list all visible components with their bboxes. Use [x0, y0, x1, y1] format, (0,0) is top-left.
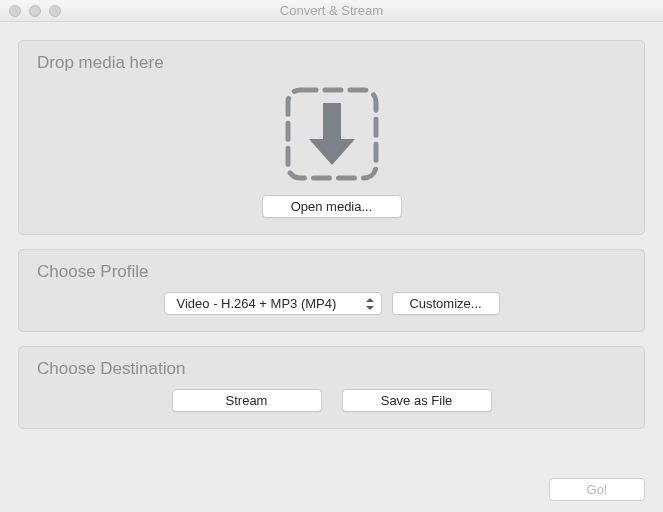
drop-media-panel: Drop media here Open media...: [18, 40, 645, 235]
svg-rect-1: [323, 103, 341, 141]
close-window-button[interactable]: [9, 5, 21, 17]
drop-media-title: Drop media here: [37, 53, 628, 73]
profile-select[interactable]: Video - H.264 + MP3 (MP4): [164, 292, 382, 315]
choose-profile-panel: Choose Profile Video - H.264 + MP3 (MP4)…: [18, 249, 645, 332]
media-dropzone[interactable]: [285, 87, 379, 181]
minimize-window-button[interactable]: [29, 5, 41, 17]
svg-marker-3: [366, 298, 374, 302]
go-button[interactable]: Go!: [549, 478, 645, 501]
content-area: Drop media here Open media... Choose Pro…: [0, 22, 663, 429]
choose-destination-panel: Choose Destination Stream Save as File: [18, 346, 645, 429]
window-controls: [0, 5, 61, 17]
svg-marker-2: [309, 139, 355, 165]
updown-stepper-icon: [365, 298, 375, 310]
stream-button[interactable]: Stream: [172, 389, 322, 412]
open-media-button[interactable]: Open media...: [262, 195, 402, 218]
zoom-window-button[interactable]: [49, 5, 61, 17]
svg-marker-4: [366, 306, 374, 310]
drop-arrow-icon: [285, 87, 379, 181]
profile-select-value: Video - H.264 + MP3 (MP4): [177, 296, 365, 311]
window-title: Convert & Stream: [0, 3, 663, 18]
customize-profile-button[interactable]: Customize...: [392, 292, 500, 315]
save-as-file-button[interactable]: Save as File: [342, 389, 492, 412]
choose-destination-title: Choose Destination: [37, 359, 628, 379]
titlebar: Convert & Stream: [0, 0, 663, 22]
choose-profile-title: Choose Profile: [37, 262, 628, 282]
footer: Go!: [549, 478, 645, 501]
